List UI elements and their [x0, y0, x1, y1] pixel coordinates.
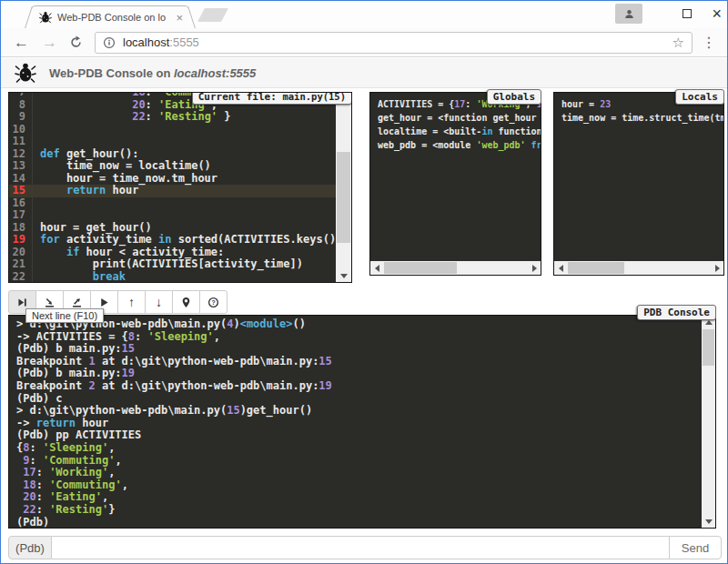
- up-button[interactable]: ↑: [117, 290, 146, 314]
- current-file-badge: Current file: main.py(15): [192, 92, 352, 105]
- console-line: 20: 'Eating',: [16, 491, 694, 504]
- code-line: 12def get_hour():: [9, 148, 336, 161]
- console-line: (Pdb) c: [16, 393, 694, 406]
- code-line: 14 hour = time_now.tm_hour: [9, 173, 336, 186]
- down-button[interactable]: ↓: [145, 290, 173, 314]
- close-button[interactable]: ×: [712, 5, 722, 22]
- page-info-icon[interactable]: [103, 36, 116, 49]
- globals-line: localtime = <built-in function loc: [378, 125, 533, 138]
- code-line: 9 22: 'Resting' }: [9, 111, 336, 124]
- line-number: 22: [9, 271, 33, 284]
- scroll-thumb[interactable]: [568, 262, 624, 274]
- pdb-console-badge: PDB Console: [637, 305, 716, 320]
- console-line: -> return hour: [16, 418, 694, 430]
- forward-icon: →: [42, 35, 57, 50]
- code-line: 17: [9, 209, 336, 222]
- scroll-thumb[interactable]: [337, 152, 350, 243]
- scroll-down-icon[interactable]: [336, 269, 351, 282]
- page-title: Web-PDB Console on localhost:5555: [49, 66, 256, 80]
- app-header: Web-PDB Console on localhost:5555: [1, 58, 727, 88]
- profile-button[interactable]: [615, 4, 642, 24]
- console-line: > d:\git\python-web-pdb\main.py(15)get_h…: [16, 405, 694, 418]
- globals-scrollbar[interactable]: [370, 261, 541, 275]
- line-number: 13: [9, 160, 33, 173]
- console-line: 18: 'Commuting',: [16, 479, 694, 492]
- line-number: 18: [9, 222, 33, 235]
- locals-scrollbar[interactable]: [554, 261, 723, 275]
- web-pdb-bug-logo-icon: [15, 62, 36, 84]
- globals-panel: Globals ACTIVITIES = {17: 'Working', 18:…: [369, 92, 541, 276]
- help-button[interactable]: ?: [199, 290, 228, 314]
- scroll-left-icon[interactable]: [554, 261, 567, 275]
- step-out-icon: [71, 297, 83, 308]
- next-line-icon: [16, 297, 28, 308]
- line-number: 12: [9, 148, 33, 161]
- browser-tab[interactable]: Web-PDB Console on lo ×: [32, 5, 188, 28]
- console-line: 9: 'Commuting',: [16, 455, 694, 468]
- globals-badge: Globals: [487, 89, 541, 105]
- continue-icon: [98, 297, 110, 308]
- code-line: 11: [9, 136, 336, 148]
- console-line: > d:\git\python-web-pdb\main.py(4)<modul…: [16, 318, 694, 331]
- bookmark-star-icon[interactable]: ☆: [672, 35, 684, 51]
- address-bar[interactable]: localhost:5555 ☆: [95, 32, 693, 54]
- line-number: 9: [9, 111, 33, 124]
- console-scrollbar[interactable]: [702, 316, 715, 528]
- maximize-icon: [682, 9, 692, 18]
- console-line: (Pdb) pp ACTIVITIES: [16, 429, 694, 442]
- line-number: 16: [9, 197, 33, 210]
- code-line: 22 break: [9, 271, 336, 284]
- back-icon[interactable]: ←: [14, 35, 29, 50]
- code-editor: 7 18: 'Commuting',8 20: 'Eating',9 22: '…: [9, 92, 336, 283]
- browser-menu-icon[interactable]: ⋮: [702, 34, 716, 51]
- send-button[interactable]: Send: [669, 536, 722, 559]
- code-line: 19for activity_time in sorted(ACTIVITIES…: [9, 234, 336, 247]
- console-output: > d:\git\python-web-pdb\main.py(4)<modul…: [9, 316, 702, 528]
- where-icon: [180, 297, 192, 308]
- down-icon: ↓: [156, 296, 162, 308]
- browser-toolbar: ← → localhost:5555 ☆ ⋮: [1, 28, 727, 57]
- tab-close-icon[interactable]: ×: [176, 12, 183, 24]
- line-number: 8: [9, 99, 33, 112]
- locals-list: hour = 23time_now = time.struct_time(tm_…: [554, 93, 723, 261]
- browser-window: Web-PDB Console on lo × × ← → localhost:…: [0, 0, 728, 564]
- console-line: (Pdb) b main.py:15: [16, 343, 694, 356]
- person-icon: [623, 8, 635, 20]
- help-icon: ?: [207, 297, 219, 308]
- line-number: 10: [9, 124, 33, 136]
- scroll-thumb[interactable]: [384, 262, 457, 274]
- scroll-right-icon[interactable]: [711, 261, 723, 275]
- globals-line: web_pdb = <module 'web_pdb' from ': [378, 138, 533, 152]
- bug-favicon-icon: [39, 11, 52, 24]
- step-into-icon: [44, 297, 56, 308]
- globals-line: get_hour = <function get_hour at 0: [378, 111, 533, 125]
- console-line: 17: 'Working',: [16, 467, 694, 479]
- maximize-button[interactable]: [682, 9, 692, 18]
- console-line: 22: 'Resting'}: [16, 504, 694, 517]
- code-line: 20 if hour < activity_time:: [9, 247, 336, 259]
- code-line: 18hour = get_hour(): [9, 222, 336, 235]
- where-button[interactable]: [172, 290, 200, 314]
- breakpoint-line-number: 19: [9, 234, 33, 247]
- scroll-left-icon[interactable]: [370, 261, 383, 275]
- console-line: Breakpoint 2 at d:\git\python-web-pdb\ma…: [16, 380, 694, 393]
- tooltip: Next line (F10): [25, 308, 104, 323]
- breakpoint-line-number: 15: [9, 185, 33, 197]
- line-number: 17: [9, 209, 33, 222]
- new-tab-button[interactable]: [197, 8, 228, 22]
- command-input[interactable]: [52, 536, 670, 559]
- code-line: 15 return hour: [9, 185, 336, 197]
- console-line: Breakpoint 1 at d:\git\python-web-pdb\ma…: [16, 356, 694, 368]
- code-scrollbar[interactable]: [336, 93, 351, 282]
- reload-icon[interactable]: [69, 35, 83, 49]
- scroll-thumb[interactable]: [703, 329, 714, 366]
- tab-strip: Web-PDB Console on lo × ×: [1, 1, 727, 28]
- locals-badge: Locals: [675, 89, 724, 105]
- command-row: (Pdb) Send: [8, 536, 722, 559]
- console-line: (Pdb): [16, 517, 694, 529]
- line-number: 20: [9, 247, 33, 259]
- up-icon: ↑: [128, 296, 135, 308]
- scroll-right-icon[interactable]: [528, 261, 541, 275]
- console-line: {8: 'Sleeping',: [16, 442, 694, 455]
- scroll-down-icon[interactable]: [702, 515, 715, 528]
